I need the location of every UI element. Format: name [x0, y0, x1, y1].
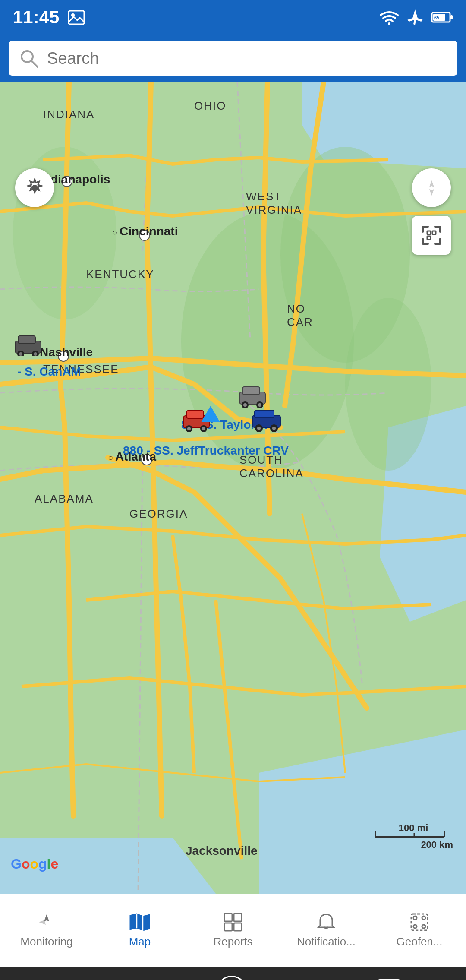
svg-rect-58	[224, 914, 232, 921]
svg-point-65	[413, 925, 417, 928]
wifi-icon	[380, 10, 399, 25]
google-logo: Google	[11, 856, 58, 872]
reports-label: Reports	[213, 935, 252, 948]
scale-km: 200 km	[421, 839, 453, 850]
geofences-icon	[410, 913, 429, 932]
svg-point-38	[202, 427, 205, 430]
search-icon	[19, 49, 38, 68]
svg-point-24	[19, 352, 22, 356]
svg-point-2	[388, 22, 390, 25]
svg-rect-49	[427, 236, 431, 240]
svg-rect-60	[224, 923, 232, 931]
svg-point-26	[34, 352, 37, 356]
location-marker	[201, 406, 220, 422]
svg-marker-55	[130, 914, 150, 931]
vehicle-icon-1	[13, 332, 43, 356]
monitoring-label: Monitoring	[20, 935, 72, 948]
svg-rect-4	[450, 15, 453, 19]
svg-point-19	[142, 455, 152, 465]
svg-point-32	[258, 403, 261, 407]
svg-point-16	[62, 176, 72, 187]
svg-rect-0	[69, 11, 84, 24]
svg-rect-61	[234, 923, 242, 931]
reports-icon	[224, 913, 242, 932]
svg-rect-40	[255, 410, 274, 418]
svg-point-12	[345, 298, 431, 471]
vehicle-icon-blue	[250, 407, 283, 432]
svg-rect-59	[234, 914, 242, 921]
airplane-icon	[406, 9, 424, 26]
status-time: 11:45	[13, 7, 59, 28]
svg-rect-47	[427, 231, 431, 234]
nav-item-reports[interactable]: Reports	[186, 894, 280, 967]
svg-point-17	[139, 230, 150, 240]
vehicle-icon-2	[237, 384, 268, 408]
map-container[interactable]: Jacksonville INDIANA OHIO WESTVIRGINIA K…	[0, 82, 466, 894]
nav-item-notifications[interactable]: Notificatio...	[280, 894, 373, 967]
system-nav-bar	[0, 967, 466, 980]
svg-line-8	[31, 61, 38, 67]
svg-point-66	[422, 925, 425, 928]
svg-point-44	[272, 427, 276, 430]
nav-item-map[interactable]: Map	[93, 894, 186, 967]
map-icon	[129, 913, 151, 932]
scale-bar: 100 mi 200 km	[375, 824, 453, 850]
svg-point-42	[257, 427, 261, 430]
battery-icon: 65	[431, 11, 453, 24]
svg-point-18	[58, 351, 69, 361]
svg-rect-28	[242, 387, 260, 395]
home-button[interactable]	[217, 976, 247, 980]
search-wrapper[interactable]	[9, 41, 457, 76]
svg-text:100 mi: 100 mi	[399, 824, 428, 833]
geofences-label: Geofen...	[397, 935, 443, 948]
map-svg: Jacksonville	[0, 82, 466, 894]
svg-rect-22	[18, 336, 35, 344]
svg-point-36	[187, 427, 191, 430]
svg-rect-48	[432, 231, 436, 234]
svg-text:65: 65	[434, 15, 439, 20]
nav-item-geofences[interactable]: Geofen...	[373, 894, 466, 967]
bottom-nav: Monitoring Map Reports Notificatio...	[0, 894, 466, 967]
svg-text:Jacksonville: Jacksonville	[186, 844, 258, 857]
search-input[interactable]	[47, 49, 447, 68]
compass-button[interactable]	[412, 168, 451, 207]
svg-point-64	[422, 916, 425, 920]
status-bar: 11:45 65	[0, 0, 466, 35]
notifications-icon	[317, 913, 336, 932]
scan-button[interactable]	[412, 216, 451, 255]
nav-item-monitoring[interactable]: Monitoring	[0, 894, 93, 967]
map-label: Map	[129, 935, 151, 948]
svg-point-63	[413, 916, 417, 920]
settings-button[interactable]	[15, 168, 54, 207]
svg-point-30	[243, 403, 247, 407]
image-icon	[68, 10, 85, 25]
search-bar	[0, 35, 466, 82]
monitoring-icon	[37, 913, 56, 932]
notifications-label: Notificatio...	[297, 935, 356, 948]
